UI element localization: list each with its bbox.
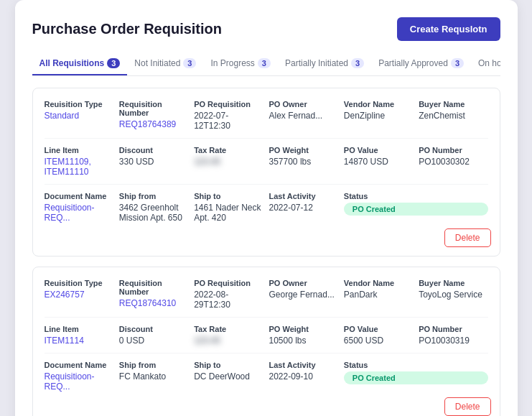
card-row-1: Reuisition Type EX246757 Requisition Num…	[45, 279, 488, 310]
tab-on_hold[interactable]: On hold3	[471, 52, 500, 75]
po-requisition-value: 2022-07-12T12:30	[194, 111, 263, 131]
ship-from-label: Ship from	[119, 361, 188, 369]
create-requisition-button[interactable]: Create Requslotn	[397, 17, 500, 41]
tax-rate-value: 123.45	[194, 157, 263, 167]
card-row-3: Document Name Requisitioon-REQ... Ship f…	[45, 361, 488, 413]
po-number-label: PO Number	[419, 146, 487, 154]
last-activity-value: 2022-07-12	[269, 203, 338, 213]
last-activity-label: Last Activity	[269, 192, 338, 200]
tab-in_progress[interactable]: In Progress3	[203, 52, 277, 75]
card-row-2: Line Item ITEM11109, ITEM11110 Discount …	[45, 146, 488, 177]
tab-badge: 3	[183, 58, 196, 68]
tab-label: Not Initiated	[134, 58, 180, 68]
status-badge: PO Created	[344, 203, 488, 216]
discount-label: Discount	[119, 146, 188, 154]
ship-to-label: Ship to	[194, 361, 263, 369]
discount-value: 330 USD	[119, 157, 188, 167]
field-line-item: Line Item ITEM1114	[45, 325, 113, 346]
po-number-value: PO10030319	[419, 336, 487, 346]
header: Purchase Order Requisition Create Requsl…	[32, 17, 500, 41]
field-po-weight: PO Weight 357700 lbs	[269, 146, 338, 177]
requisition-type-value: EX246757	[45, 290, 113, 300]
po-weight-value: 10500 lbs	[269, 336, 338, 346]
po-weight-label: PO Weight	[269, 146, 338, 154]
field-po-weight: PO Weight 10500 lbs	[269, 325, 338, 346]
document-name-value: Requisitioon-REQ...	[45, 203, 113, 223]
field-po-owner: PO Owner George Fernad...	[269, 279, 338, 310]
requisition-card-2: Reuisition Type EX246757 Requisition Num…	[32, 267, 500, 416]
ship-to-value: DC DeerWood	[194, 371, 263, 382]
requisition-card-1: Reuisition Type Standard Requisition Num…	[32, 88, 500, 256]
buyer-name-label: Buyer Name	[419, 279, 487, 287]
field-status: Status PO Created	[344, 192, 488, 223]
field-buyer-name: Buyer Name ToyoLog Service	[419, 279, 487, 310]
status-label: Status	[344, 361, 488, 369]
field-requisition-type: Reuisition Type EX246757	[45, 279, 113, 310]
po-owner-label: PO Owner	[269, 279, 338, 287]
field-status: Status PO Created	[344, 361, 488, 392]
requisition-number-label: Requisition Number	[119, 100, 188, 117]
field-tax-rate: Tax Rate 123.45	[194, 146, 263, 177]
requisition-type-value: Standard	[45, 111, 113, 121]
page-title: Purchase Order Requisition	[32, 21, 223, 37]
tab-not_initiated[interactable]: Not Initiated3	[127, 52, 203, 75]
ship-from-value: 3462 Greenholt Mission Apt. 650	[119, 203, 188, 223]
tax-rate-label: Tax Rate	[194, 146, 263, 154]
line-item-label: Line Item	[45, 325, 113, 333]
field-tax-rate: Tax Rate 123.45	[194, 325, 263, 346]
po-owner-value: Alex Fernad...	[269, 111, 338, 121]
delete-button-2[interactable]: Delete	[444, 397, 491, 416]
buyer-name-label: Buyer Name	[419, 100, 487, 108]
card-row-2: Line Item ITEM1114 Discount 0 USD Tax Ra…	[45, 325, 488, 346]
vendor-name-value: PanDark	[344, 290, 413, 300]
requisition-number-value: REQ18764310	[119, 298, 188, 308]
last-activity-value: 2022-09-10	[269, 371, 338, 382]
field-po-value: PO Value 6500 USD	[344, 325, 413, 346]
tax-rate-value: 123.45	[194, 336, 263, 346]
ship-from-label: Ship from	[119, 192, 188, 200]
po-weight-label: PO Weight	[269, 325, 338, 333]
delete-button-1[interactable]: Delete	[444, 228, 491, 247]
field-line-item: Line Item ITEM11109, ITEM11110	[45, 146, 113, 177]
ship-to-label: Ship to	[194, 192, 263, 200]
po-requisition-label: PO Requisition	[194, 279, 263, 287]
discount-label: Discount	[119, 325, 188, 333]
discount-value: 0 USD	[119, 336, 188, 346]
vendor-name-value: DenZipline	[344, 111, 413, 121]
vendor-name-label: Vendor Name	[344, 100, 413, 108]
tab-badge: 3	[107, 58, 120, 68]
main-container: Purchase Order Requisition Create Requsl…	[15, 0, 518, 416]
tab-label: On hold	[478, 58, 500, 68]
buyer-name-value: ToyoLog Service	[419, 290, 487, 300]
field-requisition-number: Requisition Number REQ18764310	[119, 279, 188, 310]
field-ship-from: Ship from FC Mankato	[119, 361, 188, 392]
document-name-label: Document Name	[45, 192, 113, 200]
po-weight-value: 357700 lbs	[269, 157, 338, 167]
line-item-value: ITEM1114	[45, 336, 113, 346]
requisition-type-label: Reuisition Type	[45, 100, 113, 108]
tab-label: Partially Initiated	[285, 58, 348, 68]
po-value-label: PO Value	[344, 146, 413, 154]
po-value-value: 14870 USD	[344, 157, 413, 167]
tab-partially_initiated[interactable]: Partially Initiated3	[278, 52, 371, 75]
line-item-value: ITEM11109, ITEM11110	[45, 157, 113, 177]
field-discount: Discount 330 USD	[119, 146, 188, 177]
field-po-number: PO Number PO10030319	[419, 325, 487, 346]
po-owner-value: George Fernad...	[269, 290, 338, 300]
tab-partially_approved[interactable]: Partially Approved3	[371, 52, 471, 75]
po-number-label: PO Number	[419, 325, 487, 333]
tab-all[interactable]: All Requisitions3	[32, 52, 128, 75]
field-document-name: Document Name Requisitioon-REQ...	[45, 192, 113, 223]
line-item-label: Line Item	[45, 146, 113, 154]
document-name-value: Requisitioon-REQ...	[45, 371, 113, 392]
po-owner-label: PO Owner	[269, 100, 338, 108]
cards-container: Reuisition Type Standard Requisition Num…	[32, 88, 500, 416]
tab-label: Partially Approved	[378, 58, 448, 68]
field-requisition-number: Requisition Number REQ18764389	[119, 100, 188, 131]
field-po-requisition: PO Requisition 2022-07-12T12:30	[194, 100, 263, 131]
card-row-1: Reuisition Type Standard Requisition Num…	[45, 100, 488, 131]
field-po-requisition: PO Requisition 2022-08-29T12:30	[194, 279, 263, 310]
po-value-label: PO Value	[344, 325, 413, 333]
requisition-number-label: Requisition Number	[119, 279, 188, 296]
field-ship-to: Ship to 1461 Nader Neck Apt. 420	[194, 192, 263, 223]
